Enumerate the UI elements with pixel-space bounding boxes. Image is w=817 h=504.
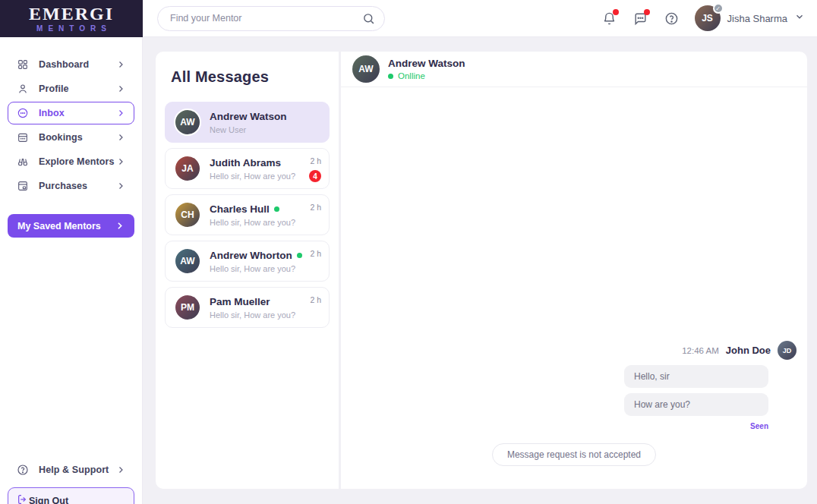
unread-badge: 4	[309, 170, 321, 182]
avatar: AW	[174, 247, 201, 275]
chevron-right-icon	[116, 133, 125, 142]
sidebar-item-profile[interactable]: Profile	[8, 77, 134, 100]
conversation-list-item[interactable]: AW Andrew Watson New User	[165, 102, 330, 143]
messages-panel-title: All Messages	[171, 68, 323, 86]
message-timestamp: 12:46 AM	[682, 346, 719, 355]
conversation-list: AW Andrew Watson New User	[165, 102, 330, 328]
conversation-time: 2 h	[310, 249, 321, 258]
notifications-bell-icon[interactable]	[601, 10, 618, 27]
chevron-down-icon[interactable]	[794, 11, 805, 25]
avatar: CH	[174, 201, 201, 228]
message-dot	[644, 9, 650, 15]
message-bubble: Hello, sir	[624, 365, 768, 388]
conversation-preview: Hello sir, How are you?	[210, 172, 295, 181]
conversation-time: 2 h	[310, 203, 321, 212]
message-bubble: How are you?	[624, 393, 768, 416]
user-menu[interactable]: JS ✓ Jisha Sharma	[695, 5, 805, 31]
help-icon[interactable]	[664, 10, 680, 27]
avatar: PM	[174, 294, 201, 321]
my-saved-mentors-button[interactable]: My Saved Mentors	[8, 214, 134, 238]
search-input[interactable]	[170, 13, 361, 24]
explore-icon	[17, 156, 30, 169]
sidebar-item-label: Dashboard	[39, 59, 89, 70]
help-circle-icon	[17, 464, 30, 477]
sidebar-item-bookings[interactable]: Bookings	[8, 126, 134, 149]
chat-online-status: Onlline	[398, 71, 425, 80]
profile-icon	[17, 83, 30, 96]
sidebar-item-label: Purchases	[39, 181, 87, 191]
conversation-name: Andrew Whorton	[210, 250, 292, 261]
sidebar-item-dashboard[interactable]: Dashboard	[8, 53, 134, 76]
chat-header: AW Andrew Watson Onlline	[341, 52, 807, 87]
sidebar: DashboardProfileInboxBookingsExplore Men…	[0, 37, 143, 504]
sidebar-item-label: Bookings	[39, 132, 83, 143]
conversation-list-item[interactable]: PM Pam Mueller Hello sir, How are you? 2…	[165, 287, 330, 328]
conversation-list-item[interactable]: CH Charles Hull Hello sir, How are you? …	[165, 194, 330, 235]
inbox-icon	[17, 107, 30, 120]
avatar: JA	[174, 155, 201, 182]
online-dot	[388, 74, 393, 79]
brand-subtitle: MENTORS	[31, 24, 112, 33]
user-avatar[interactable]: JS ✓	[695, 5, 721, 31]
bookings-icon	[17, 131, 30, 144]
conversation-list-item[interactable]: JA Judith Abrams Hello sir, How are you?…	[165, 148, 330, 189]
sidebar-item-label: Explore Mentors	[39, 156, 114, 167]
notification-dot	[613, 9, 619, 15]
topbar: EMERGI MENTORS JS ✓	[0, 0, 817, 37]
brand-name: EMERGI	[29, 5, 114, 23]
app-window: EMERGI MENTORS JS ✓	[0, 0, 817, 504]
sidebar-item-label: Inbox	[39, 108, 65, 118]
topbar-actions: JS ✓ Jisha Sharma	[601, 5, 817, 31]
sidebar-item-explore-mentors[interactable]: Explore Mentors	[8, 150, 134, 173]
online-dot	[297, 253, 302, 258]
message-sender-name: John Doe	[726, 345, 771, 356]
message-request-notice[interactable]: Message request is not accepted	[492, 443, 656, 466]
chevron-right-icon	[115, 221, 125, 231]
sidebar-item-purchases[interactable]: Purchases	[8, 175, 134, 197]
sidebar-item-label: Profile	[39, 83, 69, 94]
chat-contact-name: Andrew Watson	[388, 58, 465, 69]
saved-mentors-label: My Saved Mentors	[17, 221, 101, 232]
messages-list-panel: All Messages AW Andrew Watson New User	[156, 52, 339, 489]
sign-out-label: Sign Out	[29, 496, 68, 504]
main-content: All Messages AW Andrew Watson New User	[143, 37, 817, 504]
online-dot	[274, 206, 279, 212]
avatar: JD	[778, 341, 796, 360]
conversation-name: Andrew Watson	[210, 111, 287, 122]
chevron-right-icon	[116, 157, 125, 166]
brand-logo[interactable]: EMERGI MENTORS	[0, 0, 143, 37]
conversation-name: Charles Hull	[210, 203, 270, 215]
sidebar-item-help-support[interactable]: Help & Support	[8, 458, 134, 481]
purchases-icon	[17, 180, 30, 193]
sign-out-button[interactable]: Sign Out	[8, 487, 134, 504]
conversation-preview: Hello sir, How are you?	[210, 310, 295, 320]
sidebar-nav: DashboardProfileInboxBookingsExplore Men…	[0, 53, 142, 197]
conversation-list-item[interactable]: AW Andrew Whorton Hello sir, How are you…	[165, 241, 330, 282]
conversation-preview: Hello sir, How are you?	[210, 218, 295, 227]
conversation-name: Pam Mueller	[210, 296, 270, 307]
chat-panel: AW Andrew Watson Onlline 12:46 AM John D…	[341, 52, 807, 489]
avatar: AW	[174, 109, 201, 136]
mentor-search[interactable]	[157, 6, 385, 31]
messages-icon[interactable]	[632, 10, 649, 27]
sign-out-icon	[17, 493, 29, 504]
avatar: AW	[352, 55, 380, 83]
chevron-right-icon	[116, 60, 125, 69]
conversation-time: 2 h	[310, 156, 321, 165]
chevron-right-icon	[116, 181, 125, 191]
chat-messages-area: 12:46 AM John Doe JD Hello, sir How are …	[341, 87, 807, 489]
chevron-right-icon	[116, 84, 125, 93]
conversation-preview: Hello sir, How are you?	[210, 264, 302, 273]
message-meta: 12:46 AM John Doe JD	[352, 341, 796, 360]
seen-status: Seen	[750, 422, 768, 430]
verified-badge-icon: ✓	[713, 3, 724, 14]
chevron-right-icon	[116, 465, 125, 474]
user-name: Jisha Sharma	[727, 13, 787, 24]
chevron-right-icon	[116, 109, 125, 118]
conversation-name: Judith Abrams	[210, 157, 281, 169]
dashboard-icon	[17, 58, 30, 71]
sidebar-item-inbox[interactable]: Inbox	[8, 102, 134, 124]
search-icon[interactable]	[361, 11, 375, 25]
help-support-label: Help & Support	[39, 465, 109, 475]
conversation-time: 2 h	[310, 295, 321, 304]
